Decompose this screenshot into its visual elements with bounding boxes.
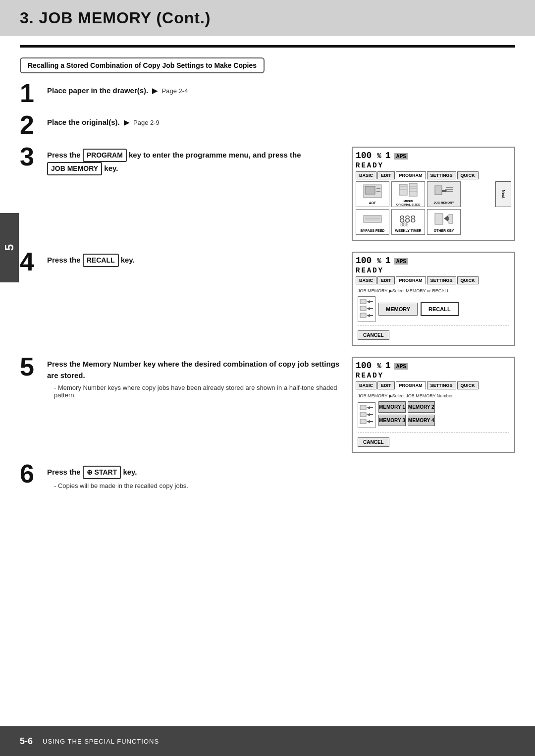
memory-4-button[interactable]: MEMORY 4 xyxy=(408,415,435,426)
svg-rect-11 xyxy=(435,186,442,195)
panel3-body: JOB MEMORY ▶Select JOB MEMORY Number xyxy=(356,391,511,449)
panel3-ready: READY xyxy=(356,372,511,379)
bypass-feed-icon-box[interactable]: BYPASS FEED xyxy=(356,209,389,235)
step-1-number: 1 xyxy=(20,80,47,106)
p2-tab-settings[interactable]: SETTINGS xyxy=(427,276,456,284)
step-2-main-text: Place the original(s). xyxy=(47,118,120,126)
panel3-btn-row: MEMORY 1 MEMORY 2 MEMORY 3 MEMORY 4 xyxy=(358,401,509,429)
page-header: 3. JOB MEMORY (Cont.) xyxy=(0,0,535,36)
panel2-percent: 100 % xyxy=(356,256,381,266)
step-4-left: 4 Press the RECALL key. xyxy=(20,252,342,274)
p2-tab-basic[interactable]: BASIC xyxy=(356,276,376,284)
recall-button[interactable]: RECALL xyxy=(421,302,459,316)
mixed-original-label: MIXEDORIGINAL SIZES xyxy=(396,200,420,206)
svg-rect-31 xyxy=(360,405,366,410)
tab-basic[interactable]: BASIC xyxy=(356,171,376,179)
tab-settings[interactable]: SETTINGS xyxy=(427,171,456,179)
section-number: 5 xyxy=(2,244,16,251)
panel2-cancel-button[interactable]: CANCEL xyxy=(358,330,389,340)
recall-key-label: RECALL xyxy=(83,254,119,267)
next-button[interactable]: Next xyxy=(495,181,511,207)
svg-rect-35 xyxy=(360,419,366,424)
panel3-cancel-button[interactable]: CANCEL xyxy=(358,437,389,447)
ui-panel-2: 100 % 1 APS READY BASIC EDIT PROGRAM SET… xyxy=(352,252,515,346)
svg-rect-1 xyxy=(365,186,375,194)
step-3-ui-panel: 100 % 1 APS READY BASIC EDIT PROGRAM SET… xyxy=(352,147,515,241)
p3-tab-basic[interactable]: BASIC xyxy=(356,381,376,389)
job-memory-icon-box[interactable]: JOB MEMORY xyxy=(427,181,461,207)
p3-tab-edit[interactable]: EDIT xyxy=(377,381,395,389)
svg-rect-5 xyxy=(409,183,417,196)
step-6-row: 6 Press the ⊕ START key. - Copies will b… xyxy=(20,464,515,489)
mixed-original-icon xyxy=(398,182,418,199)
p3-tab-program[interactable]: PROGRAM xyxy=(396,381,426,389)
step-1-content: Place paper in the drawer(s). ▶ Page 2-4 xyxy=(47,83,515,97)
step-1-page-ref: Page 2-4 xyxy=(162,87,188,95)
adf-icon-box[interactable]: ADF xyxy=(356,181,389,207)
job-memory-label: JOB MEMORY xyxy=(434,201,454,204)
step-3-content: Press the PROGRAM key to enter the progr… xyxy=(47,147,342,175)
step-2-content: Place the original(s). ▶ Page 2-9 xyxy=(47,115,515,128)
panel1-percent: 100 % xyxy=(356,151,381,161)
step-4-row: 4 Press the RECALL key. 100 % 1 APS READ… xyxy=(20,252,515,346)
p2-tab-program[interactable]: PROGRAM xyxy=(396,276,426,284)
page-title: 3. JOB MEMORY (Cont.) xyxy=(20,9,515,27)
main-content: Recalling a Stored Combination of Copy J… xyxy=(0,48,535,518)
step-3-left: 3 Press the PROGRAM key to enter the pro… xyxy=(20,147,342,175)
svg-marker-30 xyxy=(367,314,373,317)
panel2-body: JOB MEMORY ▶Select MEMORY or RECALL xyxy=(356,286,511,342)
p2-tab-quick[interactable]: QUICK xyxy=(457,276,479,284)
step-1-main-text: Place paper in the drawer(s). xyxy=(47,86,148,95)
tab-program[interactable]: PROGRAM xyxy=(396,171,426,179)
p3-tab-quick[interactable]: QUICK xyxy=(457,381,479,389)
svg-marker-15 xyxy=(442,189,447,193)
tab-quick[interactable]: QUICK xyxy=(457,171,479,179)
step-4-content: Press the RECALL key. xyxy=(47,252,342,267)
step-6-text: Press the ⊕ START key. xyxy=(47,466,515,479)
vertical-section-tab: 5 xyxy=(0,213,19,282)
step-4-ui-panel: 100 % 1 APS READY BASIC EDIT PROGRAM SET… xyxy=(352,252,515,346)
step-3-number: 3 xyxy=(20,144,47,169)
panel2-tabs: BASIC EDIT PROGRAM SETTINGS QUICK xyxy=(356,276,511,284)
step-2-number: 2 xyxy=(20,112,47,138)
ui-panel-3: 100 % 1 APS READY BASIC EDIT PROGRAM SET… xyxy=(352,357,515,453)
p3-tab-settings[interactable]: SETTINGS xyxy=(427,381,456,389)
step-6-note: - Copies will be made in the recalled co… xyxy=(47,482,515,489)
step-5-content: Press the Memory Number key where the de… xyxy=(47,357,342,399)
ui-panel-1: 100 % 1 APS READY BASIC EDIT PROGRAM SET… xyxy=(352,147,515,241)
bypass-feed-label: BYPASS FEED xyxy=(361,229,385,232)
bypass-feed-icon xyxy=(363,212,382,228)
other-key-icon-box[interactable]: OTHER KEY xyxy=(427,209,461,235)
svg-rect-25 xyxy=(360,299,366,304)
step-6-number: 6 xyxy=(20,461,47,486)
svg-marker-32 xyxy=(367,406,373,409)
step-5-left: 5 Press the Memory Number key where the … xyxy=(20,357,342,399)
svg-rect-16 xyxy=(364,216,381,222)
mixed-original-icon-box[interactable]: MIXEDORIGINAL SIZES xyxy=(391,181,425,207)
step-5-row: 5 Press the Memory Number key where the … xyxy=(20,357,515,453)
memory-1-button[interactable]: MEMORY 1 xyxy=(378,401,406,413)
step-5-text: Press the Memory Number key where the de… xyxy=(47,359,342,381)
weekly-timer-icon-box[interactable]: 888 888 WEEKLY TIMER xyxy=(391,209,425,235)
step-2-row: 2 Place the original(s). ▶ Page 2-9 xyxy=(20,115,515,138)
panel2-list-icon xyxy=(358,296,375,322)
panel1-copies: 1 xyxy=(385,151,391,161)
memory-3-button[interactable]: MEMORY 3 xyxy=(378,415,406,426)
section-description-text: Recalling a Stored Combination of Copy J… xyxy=(28,61,257,69)
footer-section-text: USING THE SPECIAL FUNCTIONS xyxy=(43,738,159,745)
step-2-page-ref: Page 2-9 xyxy=(133,119,160,126)
memory-button[interactable]: MEMORY xyxy=(378,303,418,316)
svg-text:888: 888 xyxy=(400,222,409,226)
job-memory-icon xyxy=(434,185,454,200)
tab-edit[interactable]: EDIT xyxy=(377,171,395,179)
step-6-content: Press the ⊕ START key. - Copies will be … xyxy=(47,464,515,489)
svg-rect-29 xyxy=(360,313,366,318)
page-footer: 5-6 USING THE SPECIAL FUNCTIONS xyxy=(0,726,535,756)
adf-icon xyxy=(363,184,382,200)
panel2-ready: READY xyxy=(356,267,511,274)
panel3-aps: APS xyxy=(394,363,408,370)
step-2-text: Place the original(s). ▶ Page 2-9 xyxy=(47,117,515,128)
p2-tab-edit[interactable]: EDIT xyxy=(377,276,395,284)
memory-2-button[interactable]: MEMORY 2 xyxy=(408,401,435,413)
job-memory-key-label: JOB MEMORY xyxy=(47,162,102,175)
